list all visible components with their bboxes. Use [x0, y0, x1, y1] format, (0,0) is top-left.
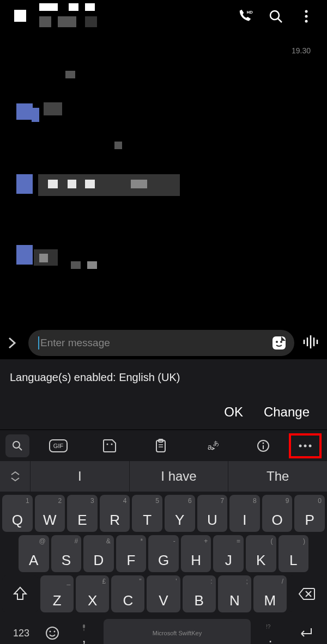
kb-search-icon[interactable] [5, 434, 29, 457]
clipboard-icon[interactable] [135, 434, 186, 457]
message-input-container[interactable] [28, 330, 294, 356]
suggestion-2[interactable]: I have [130, 461, 229, 492]
enter-key[interactable] [290, 627, 320, 639]
change-button[interactable]: Change [264, 404, 310, 420]
key-row-bottom: 123 , Microsoft SwiftKey !? . [2, 616, 325, 644]
comma-key[interactable]: , [69, 621, 99, 645]
svg-point-33 [50, 631, 51, 633]
key-v[interactable]: 'V [147, 575, 180, 612]
key-d[interactable]: &D [83, 535, 114, 572]
svg-rect-35 [83, 624, 85, 628]
chat-area: 19.30 [0, 33, 327, 327]
svg-text:HD: HD [247, 10, 253, 15]
svg-point-31 [309, 444, 312, 447]
timestamp: 19.30 [292, 46, 311, 55]
key-row-1: 1Q2W3E4R5T6Y7U8I9O0P [2, 495, 325, 532]
gif-icon[interactable]: GIF [33, 434, 84, 457]
key-f[interactable]: *F [116, 535, 147, 572]
key-c[interactable]: "C [111, 575, 144, 612]
voice-wave-icon[interactable] [302, 334, 319, 352]
svg-line-2 [278, 19, 282, 22]
more-vert-icon[interactable] [299, 9, 314, 24]
backspace-key[interactable] [289, 575, 325, 612]
svg-point-32 [46, 627, 58, 639]
sticker-icon[interactable] [271, 335, 287, 351]
key-i[interactable]: 8I [229, 495, 260, 532]
svg-point-7 [276, 341, 278, 343]
shift-key[interactable] [2, 575, 38, 612]
key-w[interactable]: 2W [35, 495, 65, 532]
language-text: Language(s) enabled: English (UK) [10, 371, 317, 384]
compose-row [0, 327, 327, 359]
svg-point-14 [13, 441, 20, 448]
suggestion-3[interactable]: The [228, 461, 327, 492]
key-y[interactable]: 6Y [165, 495, 195, 532]
key-q[interactable]: 1Q [2, 495, 33, 532]
svg-point-18 [107, 443, 108, 445]
space-key[interactable]: Microsoft SwiftKey [104, 619, 251, 644]
key-n[interactable]: ;N [218, 575, 251, 612]
key-e[interactable]: 3E [67, 495, 98, 532]
svg-point-29 [299, 444, 302, 447]
svg-text:あ: あ [213, 440, 219, 446]
key-p[interactable]: 0P [294, 495, 325, 532]
period-key[interactable]: !? . [255, 621, 286, 645]
svg-point-3 [305, 10, 308, 13]
svg-point-4 [305, 15, 308, 18]
expand-icon[interactable] [8, 336, 21, 349]
emoji-key[interactable] [40, 626, 64, 640]
svg-text:a: a [208, 443, 212, 451]
language-notice: Language(s) enabled: English (UK) OK Cha… [0, 359, 327, 430]
key-o[interactable]: 9O [262, 495, 293, 532]
info-icon[interactable] [238, 434, 289, 457]
key-l[interactable]: )L [278, 535, 309, 572]
numeric-key[interactable]: 123 [7, 628, 36, 639]
svg-point-5 [305, 20, 308, 23]
close-suggestions-icon[interactable] [0, 461, 31, 492]
translate-icon[interactable]: aあ [186, 434, 238, 457]
key-row-3: _Z£X"C'V:B;N/M [2, 575, 325, 612]
keyboard-brand: Microsoft SwiftKey [153, 630, 202, 636]
contact-name-redacted [9, 0, 238, 33]
suggestion-1[interactable]: I [31, 461, 130, 492]
key-j[interactable]: =J [213, 535, 244, 572]
svg-point-19 [111, 443, 113, 445]
keyboard: 1Q2W3E4R5T6Y7U8I9O0P @A#S&D*F-G+H=J(K)L … [0, 492, 327, 644]
text-cursor [38, 336, 39, 349]
key-k[interactable]: (K [246, 535, 276, 572]
svg-point-34 [54, 631, 56, 633]
app-header: HD [0, 0, 327, 33]
key-u[interactable]: 7U [197, 495, 228, 532]
key-b[interactable]: :B [183, 575, 216, 612]
call-hd-icon[interactable]: HD [238, 9, 253, 24]
suggestion-bar: I I have The [0, 461, 327, 492]
key-h[interactable]: +H [181, 535, 211, 572]
svg-point-30 [304, 444, 307, 447]
key-r[interactable]: 4R [100, 495, 130, 532]
svg-text:GIF: GIF [53, 443, 64, 449]
more-horiz-icon[interactable] [289, 433, 322, 458]
svg-rect-6 [272, 336, 286, 349]
key-s[interactable]: #S [51, 535, 82, 572]
svg-point-8 [280, 341, 282, 343]
svg-line-15 [19, 447, 22, 450]
key-z[interactable]: _Z [40, 575, 74, 612]
key-g[interactable]: -G [148, 535, 179, 572]
svg-point-27 [263, 442, 264, 444]
key-t[interactable]: 5T [132, 495, 162, 532]
key-row-2: @A#S&D*F-G+H=J(K)L [2, 535, 325, 572]
message-input[interactable] [40, 337, 284, 349]
keyboard-toolbar: GIF aあ [0, 430, 327, 461]
key-x[interactable]: £X [76, 575, 109, 612]
key-a[interactable]: @A [19, 535, 49, 572]
svg-point-1 [270, 11, 279, 20]
sticker-tool-icon[interactable] [84, 434, 135, 457]
key-m[interactable]: /M [253, 575, 287, 612]
search-icon[interactable] [268, 9, 283, 24]
ok-button[interactable]: OK [224, 404, 243, 420]
